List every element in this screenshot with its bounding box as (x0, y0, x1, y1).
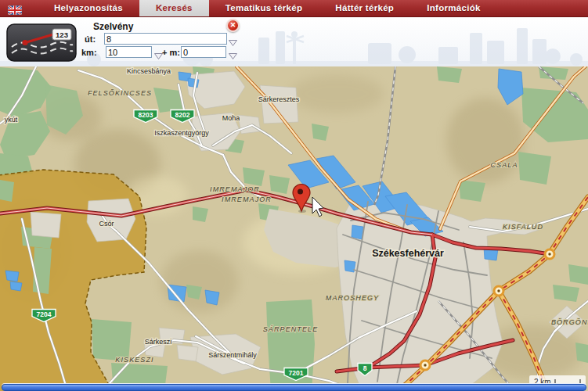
main-menu: Helyazonosítás Keresés Tematikus térkép … (38, 0, 497, 16)
horizontal-scrollbar[interactable] (2, 384, 586, 391)
menu-item-informaciok[interactable]: Információk (410, 0, 496, 16)
language-flag-icon[interactable] (8, 4, 22, 13)
logo-badge: 123 (56, 30, 68, 39)
map-area-label: CSALA (490, 161, 518, 169)
map-town-label: Sárszentmihály (208, 351, 257, 359)
m-input[interactable] (181, 46, 226, 58)
m-label: + m: (162, 48, 180, 57)
menu-item-tematikus-terkep[interactable]: Tematikus térkép (209, 0, 319, 16)
km-label: km: (81, 48, 97, 57)
map-area-label: IMREMAJOR (210, 185, 260, 193)
map-town-label: Kincsesbánya (127, 67, 171, 75)
map-town-label: ykút (5, 116, 18, 124)
app-logo: 123 (6, 23, 77, 62)
route-shield-number: 8202 (175, 111, 190, 119)
menu-item-kereses[interactable]: Keresés (139, 0, 209, 16)
top-nav: Helyazonosítás Keresés Tematikus térkép … (0, 0, 588, 17)
ut-label: út: (85, 34, 96, 44)
map-area-label: FELSŐKINCSES (88, 89, 152, 97)
route-shield-number: 8 (363, 364, 367, 372)
ut-input[interactable] (104, 33, 227, 45)
map-town-label: Moha (222, 114, 240, 122)
map-area-label: KISFALUD (503, 223, 543, 231)
close-icon[interactable] (226, 19, 240, 32)
map-town-label: Iszkaszentgyörgy (154, 129, 209, 137)
search-panel-area: 123 Szelvény út: km: + m: (0, 17, 588, 66)
panel-title: Szelvény (93, 21, 133, 32)
map-city-label: Székesfehérvár (372, 248, 444, 259)
map-area-label: IMREMAJOR (222, 196, 272, 203)
m-dropdown-arrow-icon[interactable] (229, 48, 237, 55)
map-canvas[interactable]: KincsesbányaIszkaszentgyörgyMohaSárkeres… (0, 66, 588, 391)
menu-item-hatter-terkep[interactable]: Háttér térkép (319, 0, 410, 16)
map-town-label: Sárkeresztes (258, 95, 300, 103)
route-shield-number: 7204 (37, 310, 52, 318)
ut-dropdown-arrow-icon[interactable] (229, 35, 237, 41)
map-container[interactable]: KincsesbányaIszkaszentgyörgyMohaSárkeres… (0, 66, 588, 391)
map-area-label: BÖRGÖND (551, 318, 588, 326)
app-window: Helyazonosítás Keresés Tematikus térkép … (0, 0, 588, 391)
route-shield-number: 7201 (289, 369, 304, 377)
map-area-label: KISKESZI (115, 356, 153, 364)
map-area-label: MAROSHEGY (326, 294, 379, 302)
km-input[interactable] (106, 46, 152, 58)
map-town-label: Sárkeszi (145, 338, 172, 346)
map-town-label: Csór (99, 220, 114, 228)
map-area-label: SÁRPENTELE (263, 325, 319, 333)
route-shield-number: 8203 (139, 111, 153, 119)
menu-item-helyazonositas[interactable]: Helyazonosítás (38, 0, 139, 16)
